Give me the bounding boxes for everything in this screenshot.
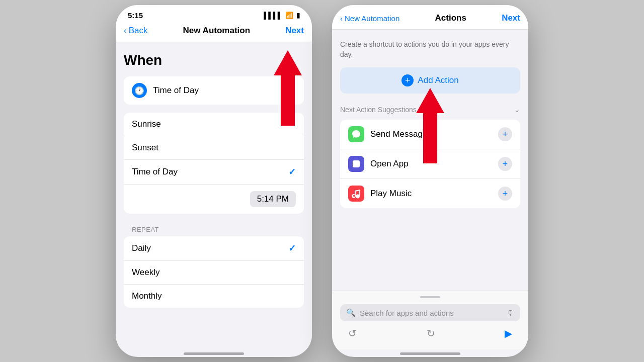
sunset-label: Sunset xyxy=(132,143,158,153)
repeat-monthly[interactable]: Monthly xyxy=(124,285,304,308)
next-button-2[interactable]: Next xyxy=(502,13,520,23)
add-action-plus-icon: + xyxy=(401,74,414,86)
status-bar-1: 5:15 ▌▌▌▌ 📶 ▮ xyxy=(116,5,312,22)
option-timeofday[interactable]: Time of Day ✓ xyxy=(124,160,304,185)
daily-checkmark: ✓ xyxy=(288,243,296,254)
suggestions-chevron-icon[interactable]: ⌄ xyxy=(514,106,520,114)
options-card: Sunrise Sunset Time of Day ✓ 5:14 PM xyxy=(124,113,304,214)
back-label: Back xyxy=(129,26,148,36)
home-indicator-2 xyxy=(400,352,460,355)
weekly-label: Weekly xyxy=(132,267,159,278)
music-app-icon xyxy=(348,186,364,202)
content-2: Create a shortcut to actions you do in y… xyxy=(332,30,528,291)
add-play-music-button[interactable]: + xyxy=(498,187,512,201)
add-open-app-button[interactable]: + xyxy=(498,157,512,171)
signal-icon: ▌▌▌▌ xyxy=(264,12,282,19)
repeat-daily[interactable]: Daily ✓ xyxy=(124,236,304,261)
suggestion-left-1: Send Message xyxy=(348,126,427,142)
wifi-icon: 📶 xyxy=(285,12,293,19)
trigger-label: Time of Day xyxy=(153,85,199,96)
repeat-weekly[interactable]: Weekly xyxy=(124,261,304,285)
actions-subtitle: Create a shortcut to actions you do in y… xyxy=(340,40,520,59)
breadcrumb-label: New Automation xyxy=(345,14,399,23)
suggestion-play-music[interactable]: Play Music + xyxy=(340,179,520,208)
nav-title-2: Actions xyxy=(435,13,466,23)
suggestions-card: Send Message + Open App + xyxy=(340,120,520,208)
drag-indicator xyxy=(420,296,440,298)
search-placeholder: Search for apps and actions xyxy=(360,309,454,317)
redo-button[interactable]: ↻ xyxy=(427,327,435,339)
monthly-label: Monthly xyxy=(132,291,162,301)
play-button[interactable]: ▶ xyxy=(505,327,512,339)
phone-2: ‹ New Automation Actions Next Create a s… xyxy=(332,5,528,357)
add-action-label: Add Action xyxy=(418,75,458,85)
undo-button[interactable]: ↺ xyxy=(348,327,357,339)
option-sunrise[interactable]: Sunrise xyxy=(124,113,304,136)
search-icon: 🔍 xyxy=(346,308,356,317)
messages-app-icon xyxy=(348,126,364,142)
suggestions-header: Next Action Suggestions ⌄ xyxy=(340,106,520,114)
add-action-button[interactable]: + Add Action xyxy=(340,67,520,94)
status-icons-1: ▌▌▌▌ 📶 ▮ xyxy=(264,12,300,19)
time-picker-row[interactable]: 5:14 PM xyxy=(124,185,304,214)
timeofday-checkmark: ✓ xyxy=(288,166,296,177)
breadcrumb[interactable]: ‹ New Automation xyxy=(340,14,399,23)
search-bar[interactable]: 🔍 Search for apps and actions 🎙 xyxy=(340,304,520,321)
suggestion-left-2: Open App xyxy=(348,156,409,172)
mic-icon[interactable]: 🎙 xyxy=(507,309,514,317)
trigger-item-left: 🕐 Time of Day xyxy=(132,83,199,98)
nav-bar-2: ‹ New Automation Actions Next xyxy=(332,5,528,30)
repeat-section-label: REPEAT xyxy=(124,222,304,236)
toolbar-icons: ↺ ↻ ▶ xyxy=(340,327,520,339)
svg-rect-0 xyxy=(353,160,360,167)
suggestion-send-message[interactable]: Send Message + xyxy=(340,120,520,149)
time-picker-value[interactable]: 5:14 PM xyxy=(250,191,296,207)
time-of-day-icon: 🕐 xyxy=(132,83,147,98)
bottom-bar: 🔍 Search for apps and actions 🎙 ↺ ↻ ▶ xyxy=(332,291,528,349)
send-message-label: Send Message xyxy=(370,129,427,139)
suggestion-open-app[interactable]: Open App + xyxy=(340,149,520,179)
open-app-label: Open App xyxy=(370,159,409,169)
battery-icon: ▮ xyxy=(296,12,300,19)
nav-bar-1: ‹ Back New Automation Next xyxy=(116,22,312,42)
chevron-left-icon-2: ‹ xyxy=(340,14,343,23)
selected-trigger-item[interactable]: 🕐 Time of Day xyxy=(124,76,304,105)
phone-1: 5:15 ▌▌▌▌ 📶 ▮ ‹ Back New Automation Next… xyxy=(116,5,312,357)
selected-trigger-card: 🕐 Time of Day xyxy=(124,76,304,105)
suggestion-left-3: Play Music xyxy=(348,186,412,202)
back-button[interactable]: ‹ Back xyxy=(124,26,147,36)
sunrise-label: Sunrise xyxy=(132,119,161,129)
option-sunset[interactable]: Sunset xyxy=(124,136,304,160)
chevron-left-icon: ‹ xyxy=(124,26,127,36)
content-1: When 🕐 Time of Day Sunrise Sunset Time o… xyxy=(116,42,312,349)
suggestions-title: Next Action Suggestions xyxy=(340,106,417,114)
home-indicator-1 xyxy=(184,352,244,355)
timeofday-label: Time of Day xyxy=(132,167,178,177)
daily-label: Daily xyxy=(132,243,151,253)
shortcuts-app-icon xyxy=(348,156,364,172)
repeat-card: Daily ✓ Weekly Monthly xyxy=(124,236,304,308)
when-label: When xyxy=(124,52,304,68)
nav-title-1: New Automation xyxy=(183,26,250,36)
next-button-1[interactable]: Next xyxy=(285,26,304,36)
add-send-message-button[interactable]: + xyxy=(498,127,512,141)
status-time-1: 5:15 xyxy=(128,11,143,20)
play-music-label: Play Music xyxy=(370,189,412,199)
